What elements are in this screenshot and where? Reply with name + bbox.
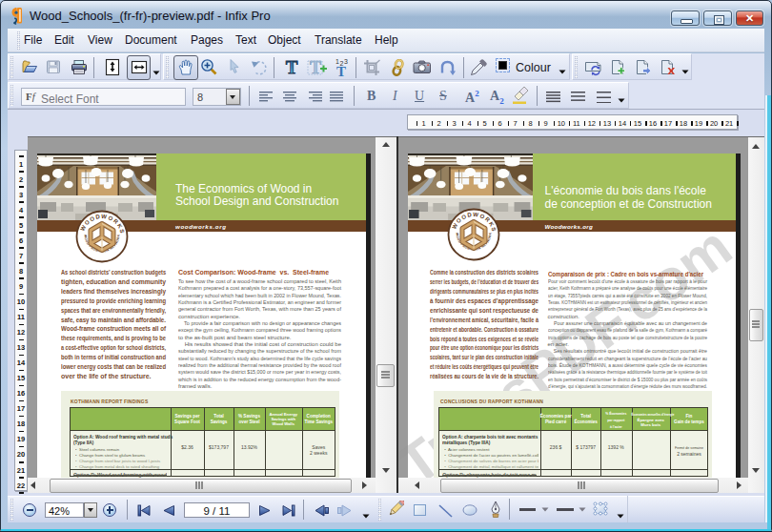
svg-text:T: T <box>286 58 298 77</box>
svg-text:T: T <box>336 64 346 78</box>
